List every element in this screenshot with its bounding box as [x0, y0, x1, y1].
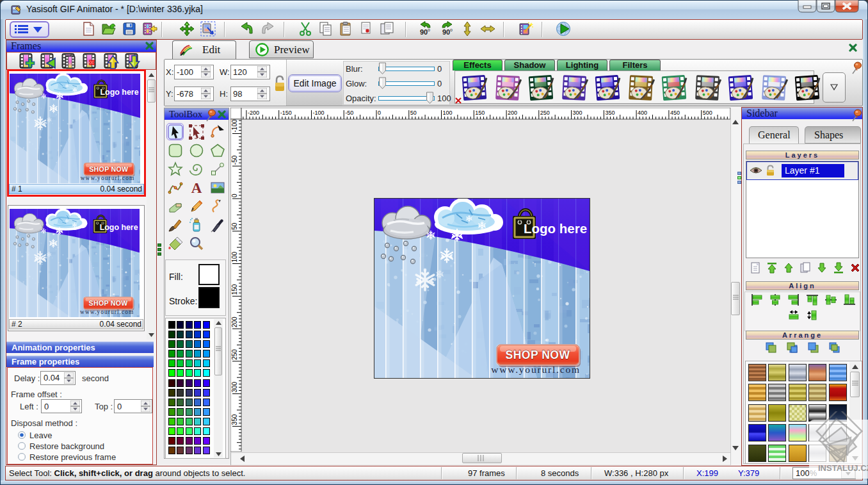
svg-text:A: A — [191, 180, 202, 195]
svg-text:500: 500 — [703, 110, 712, 116]
svg-text:-50: -50 — [345, 110, 353, 116]
svg-text:Logo here: Logo here — [100, 223, 138, 232]
svg-text:-100: -100 — [313, 110, 325, 116]
svg-text:300: 300 — [573, 110, 583, 116]
svg-text:www.yoururl.com: www.yoururl.com — [491, 364, 581, 375]
svg-text:450: 450 — [670, 110, 680, 116]
svg-text:0: 0 — [231, 193, 238, 197]
svg-text:400: 400 — [638, 110, 647, 116]
svg-text:o: o — [428, 28, 430, 32]
svg-text:50: 50 — [231, 222, 238, 230]
svg-text:Logo here: Logo here — [100, 88, 138, 97]
svg-text:SHOP NOW: SHOP NOW — [89, 299, 128, 307]
svg-text:150: 150 — [231, 284, 238, 295]
svg-text:0: 0 — [378, 110, 381, 116]
svg-text:100: 100 — [231, 251, 238, 262]
svg-text:250: 250 — [231, 349, 238, 360]
svg-text:o: o — [450, 28, 453, 32]
svg-text:200: 200 — [508, 110, 517, 116]
svg-text:100: 100 — [443, 110, 453, 116]
svg-text:150: 150 — [475, 110, 485, 116]
svg-text:250: 250 — [540, 110, 550, 116]
svg-text:-100: -100 — [231, 119, 238, 132]
svg-text:-200: -200 — [248, 110, 259, 116]
svg-text:90: 90 — [420, 28, 428, 36]
svg-text:90: 90 — [442, 28, 450, 36]
svg-text:www.yoururl.com: www.yoururl.com — [80, 309, 134, 315]
svg-text:www.yoururl.com: www.yoururl.com — [81, 175, 135, 181]
svg-text:-50: -50 — [231, 155, 238, 165]
svg-text:SHOP NOW: SHOP NOW — [89, 165, 129, 173]
svg-text:200: 200 — [231, 316, 238, 327]
svg-text:350: 350 — [605, 110, 615, 116]
svg-text:50: 50 — [410, 110, 417, 116]
svg-text:300: 300 — [231, 381, 238, 392]
svg-text:Logo here: Logo here — [524, 221, 587, 236]
svg-text:-150: -150 — [280, 110, 292, 116]
svg-text:SHOP NOW: SHOP NOW — [506, 349, 570, 361]
svg-text:350: 350 — [231, 414, 238, 425]
